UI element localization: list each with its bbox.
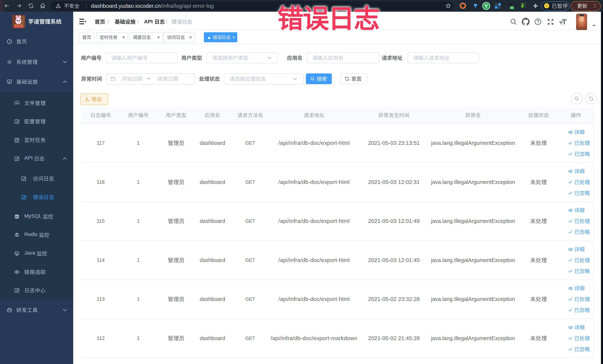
svg-text:on: on bbox=[510, 7, 513, 9]
svg-text:SQL: SQL bbox=[15, 216, 19, 218]
